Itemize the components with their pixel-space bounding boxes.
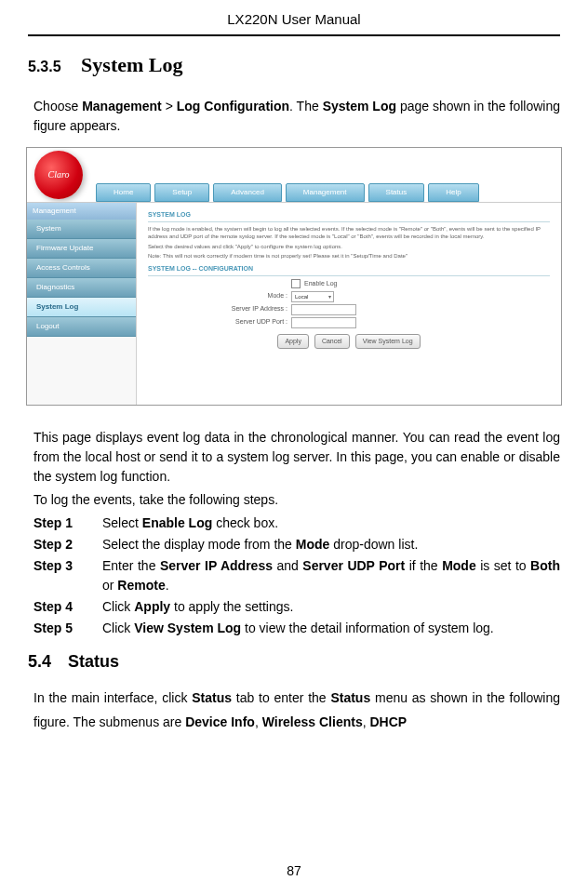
intro-paragraph: Choose Management > Log Configuration. T… (33, 97, 560, 136)
nav-tab-help[interactable]: Help (428, 183, 478, 202)
mode-label: Mode : (148, 291, 287, 301)
serverip-label: Server IP Address : (148, 304, 287, 314)
viewlog-button[interactable]: View System Log (355, 334, 421, 350)
section-title: System Log (81, 53, 182, 76)
section-heading: 5.3.5 System Log (28, 49, 560, 80)
section-5-4-heading: 5.4 Status (28, 649, 560, 674)
apply-button[interactable]: Apply (277, 334, 309, 350)
panel1-line2: Select the desired values and click "App… (148, 243, 550, 250)
sidebar-item-system[interactable]: System (27, 220, 136, 239)
sidebar-item-firmware[interactable]: Firmware Update (27, 239, 136, 259)
nav-tab-setup[interactable]: Setup (154, 183, 209, 202)
sidebar-item-diagnostics[interactable]: Diagnostics (27, 278, 136, 298)
nav-tab-management[interactable]: Management (286, 183, 365, 202)
screenshot-nav: Home Setup Advanced Management Status He… (92, 181, 479, 202)
step-4: Step 4 Click Apply to apply the settings… (33, 597, 560, 617)
cancel-button[interactable]: Cancel (314, 334, 350, 350)
step-1: Step 1 Select Enable Log check box. (33, 514, 560, 533)
serverport-input[interactable] (291, 317, 356, 328)
step-3: Step 3 Enter the Server IP Address and S… (33, 556, 560, 595)
nav-tab-home[interactable]: Home (96, 183, 151, 202)
screenshot-main: SYSTEM LOG If the log mode is enabled, t… (137, 203, 561, 405)
panel-systemlog-title: SYSTEM LOG (148, 210, 550, 223)
steps-list: Step 1 Select Enable Log check box. Step… (33, 514, 560, 638)
sidebar-item-logout[interactable]: Logout (27, 317, 136, 337)
steps-intro: To log the events, take the following st… (33, 490, 560, 510)
step-2: Step 2 Select the display mode from the … (33, 535, 560, 554)
serverip-input[interactable] (291, 304, 356, 315)
sidebar-item-access[interactable]: Access Controls (27, 259, 136, 278)
button-row: Apply Cancel View System Log (148, 334, 550, 350)
mode-select[interactable]: Local (291, 291, 334, 302)
screenshot-sidebar: Management System Firmware Update Access… (27, 203, 137, 405)
status-intro-paragraph: In the main interface, click Status tab … (33, 686, 560, 735)
nav-tab-advanced[interactable]: Advanced (213, 183, 282, 202)
screenshot-topbar: Claro Home Setup Advanced Management Sta… (27, 148, 561, 202)
document-header: LX220N User Manual (28, 9, 560, 36)
panel1-line1: If the log mode is enabled, the system w… (148, 225, 550, 241)
step-5: Step 5 Click View System Log to view the… (33, 619, 560, 638)
page-number: 87 (0, 861, 588, 881)
sidebar-header: Management (27, 203, 136, 220)
panel1-line3: Note: This will not work correctly if mo… (148, 252, 550, 260)
section-5-4-title: Status (68, 652, 119, 671)
section-number: 5.3.5 (28, 59, 61, 74)
enable-log-checkbox[interactable] (291, 279, 301, 288)
screenshot-body: Management System Firmware Update Access… (27, 202, 561, 405)
section-5-4-number: 5.4 (28, 652, 51, 671)
serverport-label: Server UDP Port : (148, 317, 287, 327)
screenshot: Claro Home Setup Advanced Management Sta… (26, 147, 562, 406)
nav-tab-status[interactable]: Status (368, 183, 425, 202)
panel-config-title: SYSTEM LOG -- CONFIGURATION (148, 264, 550, 277)
sidebar-item-systemlog[interactable]: System Log (27, 298, 136, 317)
enable-log-text: Enable Log (304, 279, 337, 289)
claro-logo: Claro (34, 151, 83, 199)
description-paragraph: This page displays event log data in the… (33, 428, 560, 487)
